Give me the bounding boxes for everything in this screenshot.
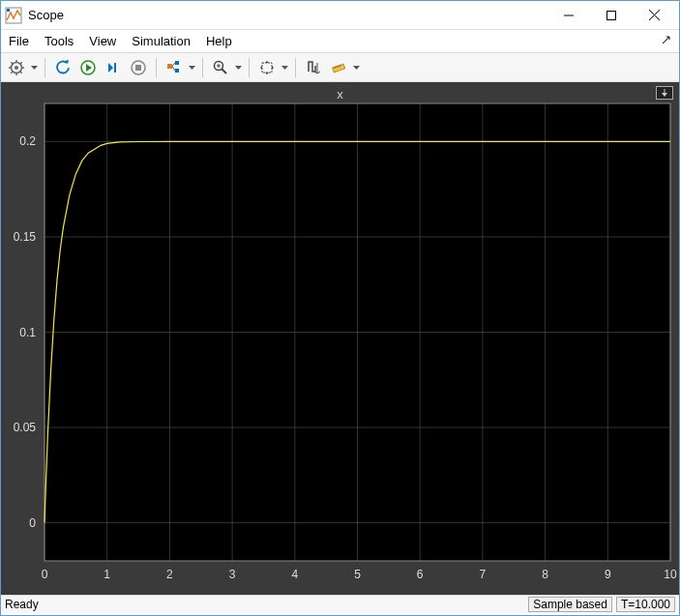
y-tick-label: 0.2 [19,134,36,148]
step-back-button[interactable] [51,56,74,79]
svg-line-15 [11,71,13,73]
x-tick-label: 5 [354,568,361,581]
status-mode: Sample based [528,597,612,612]
svg-line-12 [11,62,13,64]
plot-canvas [1,82,679,595]
titlebar: Scope [1,1,679,30]
separator [156,58,157,77]
measurements-button[interactable] [327,56,350,79]
svg-rect-17 [114,63,116,73]
x-tick-label: 3 [229,568,236,581]
x-tick-label: 0 [42,568,48,581]
svg-rect-20 [167,64,172,69]
status-time: T=10.000 [616,597,675,612]
app-icon [5,7,22,24]
menu-file[interactable]: File [9,34,29,48]
zoom-dropdown[interactable] [234,66,243,70]
highlight-button[interactable] [163,56,186,79]
separator [249,58,250,77]
svg-line-24 [172,66,175,71]
menubar: File Tools View Simulation Help [1,30,679,53]
undock-icon[interactable] [662,34,673,45]
minimize-button[interactable] [547,2,590,29]
svg-point-7 [15,66,18,70]
statusbar: Ready Sample based T=10.000 [1,595,679,613]
autoscale-dropdown[interactable] [281,66,289,70]
y-tick-label: 0.15 [14,230,36,244]
zoom-button[interactable] [209,56,232,79]
menu-simulation[interactable]: Simulation [132,34,191,48]
separator [44,58,45,77]
x-tick-label: 8 [542,568,548,581]
svg-rect-21 [175,61,179,65]
menu-tools[interactable]: Tools [44,34,74,48]
y-tick-label: 0.1 [19,326,36,339]
close-button[interactable] [633,2,675,29]
plot-area[interactable]: x 00.050.10.150.2012345678910 [1,82,679,595]
stop-button[interactable] [127,56,150,79]
run-button[interactable] [76,56,100,79]
y-tick-label: 0 [29,516,36,530]
svg-rect-22 [175,69,179,73]
step-forward-button[interactable] [102,56,125,79]
toolbar [1,53,679,82]
x-tick-label: 10 [664,568,676,581]
x-tick-label: 1 [103,568,110,581]
svg-line-13 [20,71,22,73]
x-tick-label: 7 [480,568,487,581]
svg-rect-19 [135,65,141,71]
x-tick-label: 6 [417,568,424,581]
x-tick-label: 9 [605,568,611,581]
x-tick-label: 4 [291,568,298,581]
separator [295,58,296,77]
svg-rect-3 [607,11,616,19]
triggers-button[interactable] [302,56,325,79]
svg-line-26 [222,69,227,73]
window-title: Scope [28,8,547,22]
status-ready: Ready [5,598,524,611]
separator [202,58,203,77]
y-tick-label: 0.05 [14,421,36,434]
configure-dropdown[interactable] [30,66,39,70]
svg-line-23 [172,63,175,67]
svg-line-14 [20,62,22,64]
highlight-dropdown[interactable] [188,66,196,70]
measurements-dropdown[interactable] [352,66,361,70]
menu-view[interactable]: View [89,34,116,48]
configure-button[interactable] [5,56,28,79]
x-tick-label: 2 [166,568,173,581]
svg-rect-1 [7,9,10,12]
menu-help[interactable]: Help [206,34,232,48]
autoscale-button[interactable] [255,56,279,79]
maximize-button[interactable] [590,2,633,29]
svg-rect-29 [262,63,272,73]
